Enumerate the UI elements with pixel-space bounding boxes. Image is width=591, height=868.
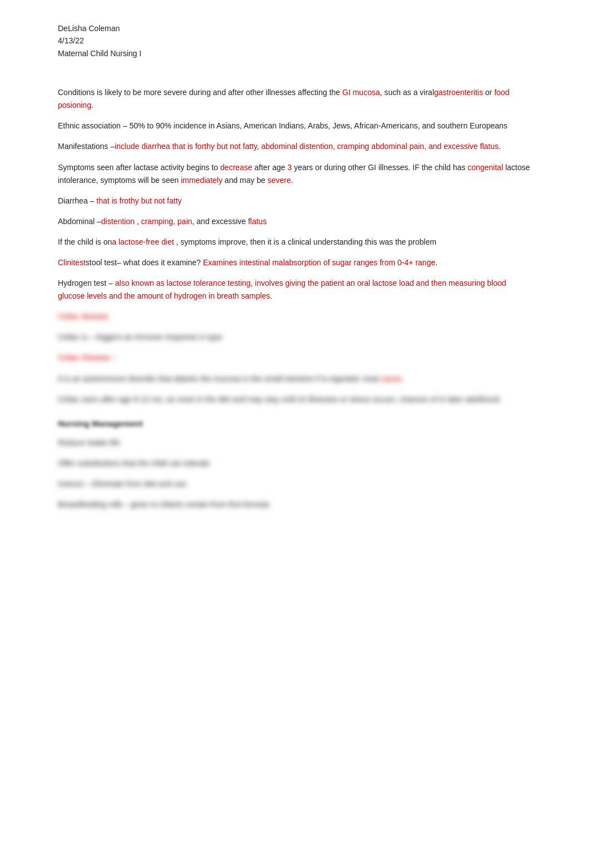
text-comma1: ,: [135, 217, 141, 226]
paragraph-ethnic: Ethnic association – 50% to 90% incidenc…: [58, 120, 533, 132]
blurred-autoimmune-2: is ingested. treat: [322, 374, 381, 383]
blurred-celiac-1: Celiac disease: [58, 312, 109, 321]
text-congenital: congenital: [467, 163, 503, 172]
blurred-paragraph-4: It is an autoimmune disorder that attack…: [58, 373, 533, 385]
text-flatus: flatus: [248, 217, 267, 226]
text-clinitest: Clinitest: [58, 258, 86, 267]
paragraph-diarrhea: Diarrhea – that is frothy but not fatty: [58, 195, 533, 207]
nursing-item-1: Reduce intake life: [58, 437, 533, 449]
paragraph-lactose-free: If the child is ona lactose-free diet , …: [58, 236, 533, 249]
blurred-seen-1: Celiac seen after age 6-12 mo, as more: [58, 395, 197, 404]
nursing-text-3a: Instruct – Eliminate: [58, 479, 126, 488]
text-period3: .: [291, 176, 293, 185]
nursing-item-2: Offer substitutions that the child can t…: [58, 457, 533, 470]
blurred-seen-3: until GI illnesses or stress occurs. cha…: [282, 395, 440, 404]
text-and-may: and may be: [223, 176, 268, 185]
nursing-text-4c: certain from first formula: [185, 500, 269, 509]
blurred-autoimmune-red2: cause.: [381, 374, 404, 383]
text-hydrogen-detail: also known as lactose tolerance testing,…: [58, 279, 506, 300]
text-period2: .: [499, 142, 501, 151]
text-examines: Examines intestinal malabsorption of sug…: [203, 258, 436, 267]
paragraph-symptoms: Symptoms seen after lactase activity beg…: [58, 161, 533, 187]
text-gastroenteritis: gastroenteritis: [434, 88, 483, 97]
nursing-text-2c: substitutions that the child can tolerat…: [77, 459, 210, 468]
text-abdominal-label: Abdominal –: [58, 217, 101, 226]
text-or: or: [483, 88, 494, 97]
text-such-as: , such as a viral: [380, 88, 434, 97]
paragraph-abdominal: Abdominal –distention , cramping, pain, …: [58, 215, 533, 228]
text-years: years or during other GI illnesses. IF t…: [292, 163, 467, 172]
nursing-text-1c: intake life: [87, 438, 120, 447]
text-manifestations-label: Manifestations –: [58, 142, 115, 151]
paragraph-manifestations: Manifestations –include diarrhea that is…: [58, 140, 533, 153]
text-stool-test: stool test– what does it examine?: [86, 258, 203, 267]
nursing-item-4: Breastfeeding milk – given to infants ce…: [58, 498, 533, 511]
main-content: Conditions is likely to be more severe d…: [58, 86, 533, 511]
text-frothy: that is frothy but not fatty: [96, 196, 181, 205]
text-after-age: after age: [252, 163, 287, 172]
text-severe: severe: [268, 176, 291, 185]
text-period1: .: [91, 101, 93, 110]
blurred-paragraph-1: Celiac disease: [58, 310, 533, 323]
text-symptoms-intro: Symptoms seen after lactase activity beg…: [58, 163, 220, 172]
text-pain: pain: [178, 217, 192, 226]
paragraph-hydrogen: Hydrogen test – also known as lactose to…: [58, 277, 533, 302]
paragraph-conditions: Conditions is likely to be more severe d…: [58, 86, 533, 112]
text-excessive: , and excessive: [192, 217, 248, 226]
text-cramping: cramping: [141, 217, 173, 226]
blurred-seen-2: in the diet and may stay: [197, 395, 282, 404]
blurred-paragraph-2: Celiac is – triggers an immune response …: [58, 331, 533, 344]
nursing-management-heading: Nursing Management: [58, 417, 533, 431]
text-decrease: decrease: [220, 163, 253, 172]
text-conditions-intro: Conditions is likely to be more severe d…: [58, 88, 342, 97]
blurred-seen-4: in later adulthood.: [440, 395, 501, 404]
document-date: 4/13/22: [58, 34, 533, 47]
paragraph-clinitest: Cliniteststool test– what does it examin…: [58, 256, 533, 269]
nursing-item-3: Instruct – Eliminate from diet and use: [58, 478, 533, 490]
text-diarrhea-label: Diarrhea –: [58, 196, 96, 205]
blurred-paragraph-5: Celiac seen after age 6-12 mo, as more i…: [58, 393, 533, 406]
text-lactose-free-diet: a lactose-free diet: [112, 237, 174, 246]
blurred-celiac-type: in type: [199, 333, 222, 341]
author-name: DeLisha Coleman: [58, 22, 533, 34]
text-symptoms-improve: , symptoms improve, then it is a clinica…: [174, 237, 437, 246]
text-comma2: ,: [173, 217, 178, 226]
blurred-paragraph-3: Celiac Disease –: [58, 351, 533, 364]
text-manifestations-detail: include diarrhea that is forthy but not …: [115, 142, 499, 151]
text-hydrogen-label: Hydrogen test –: [58, 279, 115, 287]
nursing-text-1a: Reduce: [58, 438, 87, 447]
text-distention: distention: [101, 217, 135, 226]
text-if-child: If the child is on: [58, 237, 112, 246]
blurred-celiac-triggers: Celiac is – triggers an immune response: [58, 333, 199, 341]
text-gi-mucosa: GI mucosa: [342, 88, 380, 97]
blurred-autoimmune-1: It is an autoimmune disorder that attack…: [58, 374, 322, 383]
document-header: DeLisha Coleman 4/13/22 Maternal Child N…: [58, 22, 533, 59]
nursing-text-4a: Breastfeeding milk – given to infants: [58, 500, 185, 509]
course-name: Maternal Child Nursing I: [58, 47, 533, 59]
nursing-management-section: Nursing Management Reduce intake life Of…: [58, 417, 533, 511]
text-ethnic: Ethnic association – 50% to 90% incidenc…: [58, 121, 508, 130]
nursing-text-2a: Offer: [58, 459, 77, 468]
text-period4: .: [435, 258, 437, 267]
text-immediately: immediately: [181, 176, 223, 185]
blurred-celiac-disease: Celiac Disease –: [58, 353, 116, 362]
nursing-text-3c: from diet and use: [126, 479, 186, 488]
